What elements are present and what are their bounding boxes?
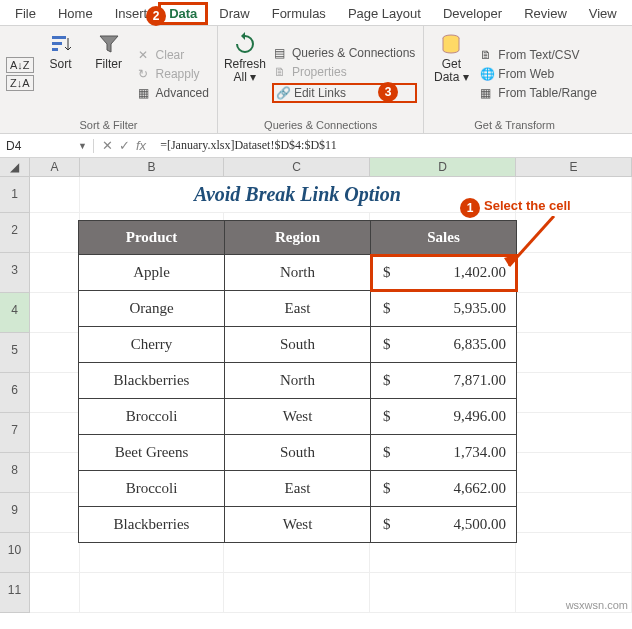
tab-file[interactable]: File (4, 2, 47, 25)
sheet-title: Avoid Break Link Option (80, 177, 516, 213)
cell-product[interactable]: Orange (79, 291, 225, 327)
cell-region[interactable]: North (225, 255, 371, 291)
tab-review[interactable]: Review (513, 2, 578, 25)
get-data-button[interactable]: Get Data ▾ (430, 30, 472, 117)
col-header-c[interactable]: C (224, 158, 370, 177)
col-header-e[interactable]: E (516, 158, 632, 177)
cell-region[interactable]: East (225, 471, 371, 507)
cell-product[interactable]: Blackberries (79, 507, 225, 543)
table-row[interactable]: BroccoliWest$9,496.00 (79, 399, 517, 435)
col-header-a[interactable]: A (30, 158, 80, 177)
cell-region[interactable]: East (225, 291, 371, 327)
sort-za-icon[interactable]: Z↓A (6, 75, 34, 91)
cell-product[interactable]: Apple (79, 255, 225, 291)
row-header-5[interactable]: 5 (0, 333, 30, 373)
cell-sales[interactable]: $4,662.00 (371, 471, 517, 507)
cell-product[interactable]: Beet Greens (79, 435, 225, 471)
table-row[interactable]: BlackberriesWest$4,500.00 (79, 507, 517, 543)
cell-sales[interactable]: $4,500.00 (371, 507, 517, 543)
cell-sales[interactable]: $1,402.00 (371, 255, 517, 291)
from-table-range-button[interactable]: ▦From Table/Range (478, 85, 599, 101)
table-row[interactable]: BlackberriesNorth$7,871.00 (79, 363, 517, 399)
row-header-1[interactable]: 1 (0, 177, 30, 213)
table-row[interactable]: AppleNorth$1,402.00 (79, 255, 517, 291)
data-table: Product Region Sales AppleNorth$1,402.00… (78, 220, 517, 543)
ribbon-tabs: File Home Insert Data Draw Formulas Page… (0, 0, 632, 26)
cell-sales[interactable]: $9,496.00 (371, 399, 517, 435)
row-header-4[interactable]: 4 (0, 293, 30, 333)
refresh-icon (233, 32, 257, 56)
accept-formula-icon[interactable]: ✓ (119, 138, 130, 153)
row-header-10[interactable]: 10 (0, 533, 30, 573)
annotation-badge-1: 1 (460, 198, 480, 218)
header-region: Region (225, 221, 371, 255)
cancel-formula-icon[interactable]: ✕ (102, 138, 113, 153)
formula-input[interactable]: =[January.xlsx]Dataset!$D$4:$D$11 (154, 138, 632, 153)
cell-region[interactable]: West (225, 399, 371, 435)
ribbon: A↓Z Z↓A Sort Filter ✕Clear ↻Reapply ▦Adv… (0, 26, 632, 134)
annotation-badge-3: 3 (378, 82, 398, 102)
cell-sales[interactable]: $7,871.00 (371, 363, 517, 399)
cell-region[interactable]: West (225, 507, 371, 543)
tab-view[interactable]: View (578, 2, 628, 25)
get-data-label: Get Data ▾ (432, 58, 470, 84)
col-header-d[interactable]: D (370, 158, 516, 177)
fx-icon[interactable]: fx (136, 138, 146, 153)
from-web-button[interactable]: 🌐From Web (478, 66, 599, 82)
reapply-button: ↻Reapply (136, 66, 211, 82)
cell-region[interactable]: South (225, 327, 371, 363)
worksheet[interactable]: ◢ A B C D E 1 Avoid Break Link Option 2 … (0, 158, 632, 613)
cell-product[interactable]: Cherry (79, 327, 225, 363)
row-header-9[interactable]: 9 (0, 493, 30, 533)
row-header-8[interactable]: 8 (0, 453, 30, 493)
tab-draw[interactable]: Draw (208, 2, 260, 25)
edit-links-icon: 🔗 (276, 86, 290, 100)
formula-bar: D4▼ ✕ ✓ fx =[January.xlsx]Dataset!$D$4:$… (0, 134, 632, 158)
sort-az-icon[interactable]: A↓Z (6, 57, 34, 73)
annotation-badge-2: 2 (146, 6, 166, 26)
from-text-csv-button[interactable]: 🗎From Text/CSV (478, 47, 599, 63)
cell-region[interactable]: North (225, 363, 371, 399)
sort-button[interactable]: Sort (40, 30, 82, 117)
refresh-label: Refresh All ▾ (224, 58, 266, 84)
cell-product[interactable]: Blackberries (79, 363, 225, 399)
tab-page-layout[interactable]: Page Layout (337, 2, 432, 25)
col-header-b[interactable]: B (80, 158, 224, 177)
cell-product[interactable]: Broccoli (79, 399, 225, 435)
name-box[interactable]: D4▼ (0, 139, 94, 153)
row-header-11[interactable]: 11 (0, 573, 30, 613)
select-all-corner[interactable]: ◢ (0, 158, 30, 177)
table-row[interactable]: BroccoliEast$4,662.00 (79, 471, 517, 507)
row-header-2[interactable]: 2 (0, 213, 30, 253)
clear-filter-button: ✕Clear (136, 47, 211, 63)
namebox-dropdown-icon[interactable]: ▼ (78, 141, 87, 151)
group-get-transform: Get Data ▾ 🗎From Text/CSV 🌐From Web ▦Fro… (424, 26, 605, 133)
group-label-sort-filter: Sort & Filter (6, 117, 211, 131)
refresh-all-button[interactable]: Refresh All ▾ (224, 30, 266, 117)
table-row[interactable]: CherrySouth$6,835.00 (79, 327, 517, 363)
cell-sales[interactable]: $6,835.00 (371, 327, 517, 363)
header-sales: Sales (371, 221, 517, 255)
tab-home[interactable]: Home (47, 2, 104, 25)
table-row[interactable]: OrangeEast$5,935.00 (79, 291, 517, 327)
tab-developer[interactable]: Developer (432, 2, 513, 25)
table-row[interactable]: Beet GreensSouth$1,734.00 (79, 435, 517, 471)
group-label-get-transform: Get & Transform (430, 117, 599, 131)
cell-sales[interactable]: $5,935.00 (371, 291, 517, 327)
group-label-queries: Queries & Connections (224, 117, 417, 131)
cell-region[interactable]: South (225, 435, 371, 471)
cell-product[interactable]: Broccoli (79, 471, 225, 507)
queries-connections-button[interactable]: ▤Queries & Connections (272, 45, 417, 61)
properties-button: 🗎Properties (272, 64, 417, 80)
annotation-select-cell: Select the cell (484, 198, 571, 213)
row-header-3[interactable]: 3 (0, 253, 30, 293)
sort-icon (49, 32, 73, 56)
row-header-7[interactable]: 7 (0, 413, 30, 453)
cell-sales[interactable]: $1,734.00 (371, 435, 517, 471)
row-header-6[interactable]: 6 (0, 373, 30, 413)
tab-formulas[interactable]: Formulas (261, 2, 337, 25)
filter-icon (97, 32, 121, 56)
svg-rect-0 (52, 36, 66, 39)
filter-button[interactable]: Filter (88, 30, 130, 117)
advanced-filter-button[interactable]: ▦Advanced (136, 85, 211, 101)
